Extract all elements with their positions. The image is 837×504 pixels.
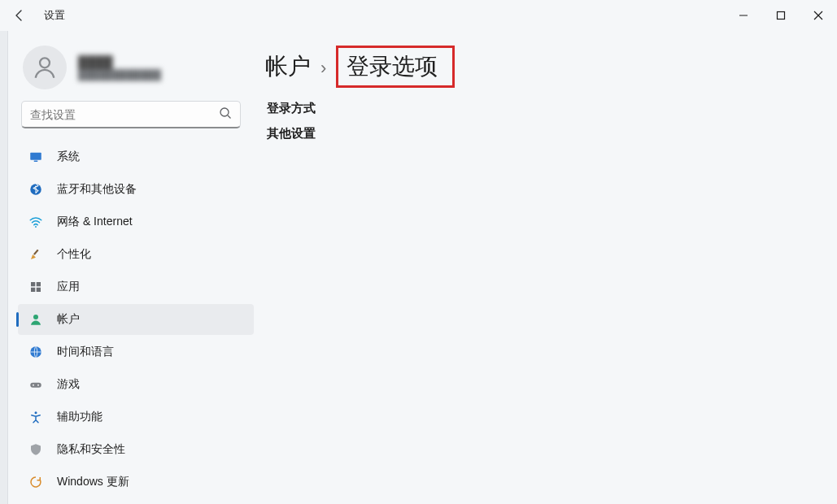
sidebar-item-label: 网络 & Internet [57, 215, 133, 229]
sidebar-item-privacy[interactable]: 隐私和安全性 [18, 434, 254, 465]
svg-rect-6 [34, 161, 38, 163]
breadcrumb-current: 登录选项 [336, 46, 455, 88]
svg-rect-9 [33, 250, 39, 255]
svg-point-17 [33, 385, 34, 386]
user-name: ████ [78, 55, 161, 69]
breadcrumb: 帐户 › 登录选项 [265, 46, 822, 88]
sidebar-item-accessibility[interactable]: 辅助功能 [18, 402, 254, 432]
svg-rect-13 [37, 288, 41, 292]
main-content: 帐户 › 登录选项 登录方式 其他设置 [254, 31, 837, 504]
titlebar: 设置 [0, 0, 837, 31]
svg-rect-16 [30, 383, 41, 388]
svg-line-4 [228, 115, 231, 119]
wifi-icon [28, 214, 44, 230]
user-sub: ████████████ [78, 69, 161, 80]
sidebar-item-label: 蓝牙和其他设备 [57, 182, 137, 197]
sidebar-item-label: 隐私和安全性 [57, 442, 125, 457]
svg-point-18 [37, 385, 39, 386]
sidebar-item-label: Windows 更新 [57, 475, 129, 489]
globe-icon [28, 344, 44, 360]
back-button[interactable] [7, 2, 33, 28]
person-icon [31, 54, 59, 81]
search-input[interactable] [30, 108, 219, 121]
minimize-icon [739, 11, 748, 20]
close-button[interactable] [800, 2, 837, 28]
svg-rect-5 [30, 153, 41, 160]
sidebar-item-personalize[interactable]: 个性化 [18, 239, 254, 270]
sidebar-item-label: 帐户 [57, 312, 80, 327]
breadcrumb-separator: › [320, 58, 326, 79]
sidebar-item-label: 系统 [57, 150, 80, 164]
person-icon [28, 311, 44, 328]
sidebar-item-update[interactable]: Windows 更新 [18, 467, 254, 497]
close-icon [813, 11, 823, 20]
shield-icon [28, 441, 44, 458]
brush-icon [28, 246, 44, 263]
svg-point-3 [220, 108, 229, 116]
svg-rect-10 [31, 282, 35, 286]
bluetooth-icon [28, 181, 44, 198]
sidebar-item-label: 游戏 [57, 377, 80, 392]
maximize-button[interactable] [762, 2, 800, 28]
grid-icon [28, 279, 44, 295]
svg-point-14 [33, 315, 38, 319]
svg-rect-1 [778, 12, 785, 20]
user-text: ████ ████████████ [78, 55, 161, 80]
sidebar-item-label: 应用 [57, 280, 80, 294]
svg-point-2 [40, 58, 50, 67]
sidebar-item-bluetooth[interactable]: 蓝牙和其他设备 [18, 174, 254, 205]
monitor-icon [28, 149, 44, 165]
sidebar-item-accounts[interactable]: 帐户 [18, 304, 254, 335]
accessibility-icon [28, 409, 44, 425]
search-box[interactable] [21, 101, 241, 128]
maximize-icon [776, 11, 786, 20]
svg-rect-12 [31, 288, 35, 292]
user-card[interactable]: ████ ████████████ [8, 37, 254, 101]
sidebar-item-network[interactable]: 网络 & Internet [18, 206, 254, 237]
sidebar-item-label: 时间和语言 [57, 345, 114, 359]
sidebar-item-system[interactable]: 系统 [18, 141, 254, 172]
window-controls [725, 2, 837, 28]
sidebar-item-gaming[interactable]: 游戏 [18, 369, 254, 400]
update-icon [28, 474, 44, 490]
gamepad-icon [28, 376, 44, 393]
window-title: 设置 [44, 8, 65, 23]
nav-list: 系统 蓝牙和其他设备 网络 & Internet 个性化 应用 帐户 时间和语言… [8, 141, 254, 499]
arrow-left-icon [13, 9, 26, 22]
minimize-button[interactable] [725, 2, 762, 28]
avatar [23, 46, 67, 89]
section-title-signin: 登录方式 [267, 101, 822, 116]
sidebar: ████ ████████████ 系统 蓝牙和其他设备 网络 & Intern… [8, 31, 254, 504]
window-left-edge [0, 31, 8, 504]
sidebar-item-timelang[interactable]: 时间和语言 [18, 337, 254, 367]
section-title-other: 其他设置 [267, 126, 822, 141]
svg-point-19 [35, 411, 37, 414]
search-icon [219, 106, 232, 122]
svg-rect-11 [37, 282, 41, 286]
sidebar-item-label: 个性化 [57, 247, 91, 262]
sidebar-item-label: 辅助功能 [57, 410, 102, 424]
breadcrumb-parent[interactable]: 帐户 [265, 51, 311, 82]
svg-point-8 [35, 226, 37, 228]
sidebar-item-apps[interactable]: 应用 [18, 272, 254, 302]
